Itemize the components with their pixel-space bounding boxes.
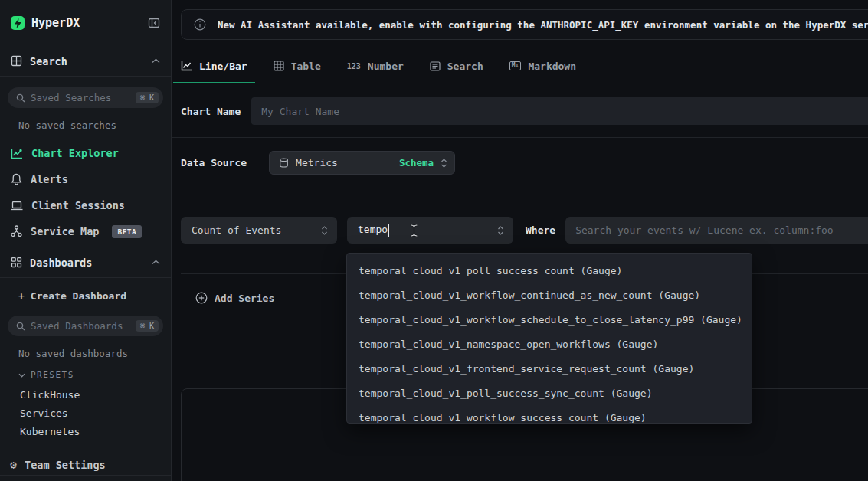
chart-name-input[interactable]	[251, 97, 868, 125]
tab-line-bar[interactable]: Line/Bar	[181, 55, 247, 83]
tab-markdown[interactable]: M↓ Markdown	[509, 55, 576, 83]
chart-name-row: Chart Name	[172, 83, 868, 138]
where-label: Where	[526, 224, 555, 236]
saved-dashboards-input[interactable]: Saved Dashboards ⌘ K	[8, 316, 163, 336]
service-map-icon	[11, 225, 22, 237]
sidebar-section-search[interactable]: Search	[0, 46, 171, 77]
metric-option[interactable]: temporal_cloud_v1_workflow_schedule_to_c…	[347, 308, 752, 332]
chevron-down-icon	[18, 373, 25, 378]
data-source-row: Data Source Metrics Schema	[172, 138, 868, 198]
keyboard-shortcut-badge: ⌘ K	[136, 92, 159, 103]
table-icon	[274, 61, 284, 71]
create-dashboard-button[interactable]: + Create Dashboard	[0, 290, 171, 302]
metric-option[interactable]: temporal_cloud_v1_poll_success_sync_coun…	[347, 381, 752, 406]
number-123-icon: 123	[347, 62, 361, 70]
plus-circle-icon	[195, 292, 208, 304]
markdown-icon: M↓	[509, 61, 522, 70]
series-row: Count of Events tempo temporal_cloud_v1_…	[181, 217, 868, 244]
data-source-select[interactable]: Metrics Schema	[269, 151, 455, 175]
series-section: Count of Events tempo temporal_cloud_v1_…	[172, 198, 868, 304]
chevron-updown-icon	[497, 225, 504, 236]
data-source-value: Metrics	[296, 157, 392, 169]
metric-input-value: tempo	[358, 224, 388, 235]
no-saved-dashboards-text: No saved dashboards	[0, 336, 171, 359]
saved-searches-placeholder: Saved Searches	[31, 92, 130, 103]
app-title: HyperDX	[31, 16, 148, 30]
chart-explorer-icon	[11, 148, 23, 159]
sidebar-footer-divider	[0, 475, 171, 476]
search-section-icon	[11, 55, 22, 67]
app-logo-row: HyperDX	[0, 0, 171, 30]
ai-assistant-banner: New AI Assistant available, enable with …	[181, 9, 868, 40]
chevron-up-icon	[152, 58, 160, 64]
metric-option[interactable]: temporal_cloud_v1_workflow_continued_as_…	[347, 283, 752, 308]
no-saved-searches-text: No saved searches	[0, 108, 171, 131]
chevron-updown-icon	[321, 225, 328, 236]
tab-search[interactable]: Search	[430, 55, 483, 83]
chevron-up-icon	[152, 260, 160, 265]
sidebar-item-service-map[interactable]: Service Map BETA	[0, 218, 171, 244]
metric-option[interactable]: temporal_cloud_v1_frontend_service_reque…	[347, 357, 752, 381]
schema-link[interactable]: Schema	[399, 157, 434, 169]
chart-name-label: Chart Name	[181, 106, 241, 117]
sidebar: HyperDX Search Saved Searches ⌘ K No sav…	[0, 0, 172, 481]
sidebar-collapse-icon[interactable]	[148, 17, 160, 29]
where-lucene-input[interactable]	[565, 217, 868, 244]
keyboard-shortcut-badge: ⌘ K	[136, 320, 159, 332]
gear-icon: ⚙	[10, 458, 17, 472]
tab-table[interactable]: Table	[274, 55, 321, 83]
metric-search-combobox[interactable]: tempo temporal_cloud_v1_poll_success_cou…	[347, 217, 513, 244]
plus-icon: +	[18, 290, 25, 302]
preset-item[interactable]: Kubernetes	[0, 423, 171, 441]
dashboards-icon	[11, 257, 22, 268]
metric-options-dropdown: temporal_cloud_v1_poll_success_count (Ga…	[346, 253, 752, 424]
saved-searches-input[interactable]: Saved Searches ⌘ K	[8, 87, 163, 108]
metric-option[interactable]: temporal_cloud_v1_poll_success_count (Ga…	[347, 259, 752, 283]
data-source-label: Data Source	[181, 157, 247, 169]
saved-dashboards-placeholder: Saved Dashboards	[31, 320, 130, 332]
metric-option[interactable]: temporal_cloud_v1_workflow_success_count…	[347, 406, 752, 424]
search-icon	[16, 93, 25, 103]
hyperdx-bolt-logo-icon	[11, 16, 25, 30]
team-settings-button[interactable]: ⚙ Team Settings	[0, 458, 171, 472]
bell-icon	[11, 173, 22, 185]
line-chart-icon	[181, 61, 192, 71]
metric-option[interactable]: temporal_cloud_v1_namespace_open_workflo…	[347, 332, 752, 357]
chart-type-tabs: Line/Bar Table 123 Number Search M↓ Mark…	[172, 55, 868, 83]
aggregation-value: Count of Events	[192, 224, 321, 236]
sidebar-nav: Chart Explorer Alerts Client Sessions Se…	[0, 140, 171, 244]
text-caret	[388, 224, 389, 237]
sidebar-item-chart-explorer[interactable]: Chart Explorer	[0, 140, 171, 166]
sidebar-item-alerts[interactable]: Alerts	[0, 166, 171, 192]
chevron-updown-icon	[441, 158, 447, 169]
tab-number[interactable]: 123 Number	[347, 55, 404, 83]
aggregation-select[interactable]: Count of Events	[181, 217, 337, 244]
presets-toggle[interactable]: PRESETS	[0, 370, 171, 380]
main-content: New AI Assistant available, enable with …	[172, 0, 868, 481]
document-lines-icon	[430, 61, 441, 71]
search-icon	[16, 322, 25, 331]
database-icon	[279, 158, 289, 168]
preset-item[interactable]: Services	[0, 404, 171, 423]
info-icon	[194, 18, 206, 31]
laptop-icon	[11, 200, 23, 211]
beta-badge: BETA	[112, 225, 142, 238]
add-series-button[interactable]: Add Series	[181, 274, 274, 304]
preset-item[interactable]: ClickHouse	[0, 386, 171, 404]
preset-list: ClickHouseServicesKubernetes	[0, 386, 171, 441]
sidebar-section-dashboards[interactable]: Dashboards	[0, 247, 171, 278]
banner-text: New AI Assistant available, enable with …	[218, 19, 868, 31]
sidebar-item-client-sessions[interactable]: Client Sessions	[0, 192, 171, 218]
